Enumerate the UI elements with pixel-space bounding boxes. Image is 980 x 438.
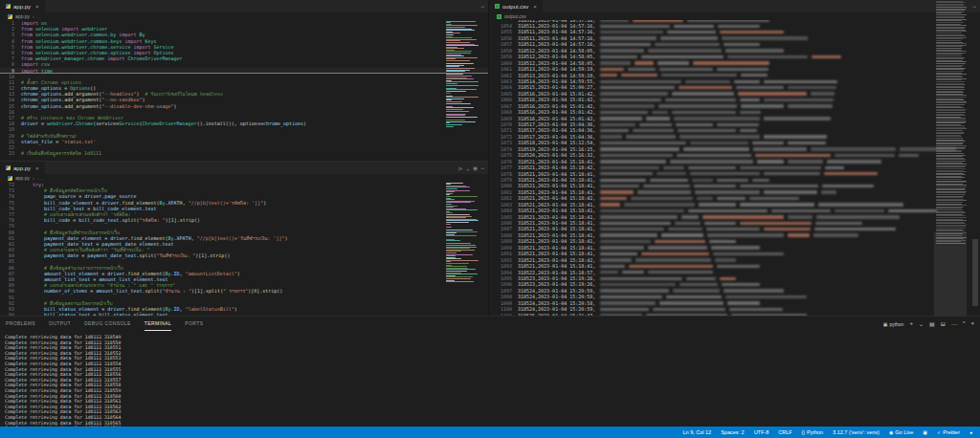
minimap-slider[interactable] — [934, 232, 967, 316]
more-actions-icon[interactable]: ⋯ — [480, 3, 484, 10]
minimap-line — [936, 115, 966, 116]
chevron-right-icon: › — [33, 13, 34, 19]
more-actions-icon[interactable]: ⋯ — [972, 3, 976, 10]
status-item-label: Python — [807, 429, 823, 435]
status-item-python-interpreter[interactable]: 3.12.7 ('venv': venv) — [833, 429, 880, 435]
breadcrumb-more: … — [37, 13, 42, 19]
status-item-eol-sequence[interactable]: CRLF — [778, 429, 791, 435]
status-item-prettier[interactable]: ✓Prettier — [937, 429, 960, 435]
tab-app-py-split[interactable]: app.py × — [0, 162, 46, 174]
minimap-line — [446, 196, 478, 197]
code-line[interactable]: 23# เริ่มต้นดึงข้อมูลจากรหัสบิล 1d8111 — [0, 150, 488, 156]
split-editor-icon[interactable]: ▤ — [474, 164, 478, 171]
code-token: ) — [263, 200, 266, 206]
minimap-line — [936, 112, 966, 113]
minimap-line — [446, 199, 455, 200]
minimap-line — [936, 130, 963, 131]
breadcrumb[interactable]: output.csv — [489, 12, 980, 20]
minimap[interactable] — [444, 182, 486, 316]
terminal-icon: ▣ — [883, 321, 888, 327]
minimap-line — [936, 161, 966, 162]
more-actions-icon[interactable]: ⋯ — [480, 164, 484, 171]
csv-editor[interactable]: 318511,2023-01-04 14:57:16,1054318511,20… — [489, 20, 980, 316]
code-token: driver — [21, 120, 38, 126]
close-icon[interactable]: × — [35, 165, 39, 171]
minimap-line — [446, 230, 473, 230]
minimap-line — [936, 243, 966, 244]
kill-terminal-icon[interactable]: ⊟ — [941, 320, 946, 327]
terminal-instance[interactable]: ▣ python — [883, 321, 904, 327]
more-actions-icon[interactable]: ⋯ — [951, 320, 957, 327]
split-terminal-icon[interactable]: ▤ — [929, 320, 935, 327]
panel-tab-problems[interactable]: PROBLEMS — [6, 317, 35, 331]
code-token: bill_code_text — [78, 217, 119, 223]
code-token: time — [41, 68, 53, 73]
minimap-line — [936, 179, 962, 180]
code-token: bill_code — [21, 217, 70, 223]
code-token: "amountListDetail" — [186, 271, 237, 276]
status-item-label: Spaces: 2 — [721, 429, 744, 435]
launch-profile-chevron-icon[interactable]: ⌄ — [919, 320, 924, 327]
panel-tab-ports[interactable]: PORTS — [185, 317, 203, 331]
code-token: = — [38, 120, 47, 126]
code-token: status_file — [21, 139, 53, 144]
breadcrumb[interactable]: app.py › … — [0, 174, 488, 182]
chevron-right-icon: › — [33, 175, 34, 181]
code-token: ) — [285, 235, 288, 241]
code-editor-bottom[interactable]: 72 try:73 # ดึงข้อมูลรหัสบิลจากหน้าเว็บ7… — [0, 182, 488, 316]
maximize-panel-icon[interactable]: ^ — [963, 320, 966, 327]
minimap-line — [446, 214, 470, 215]
minimap-line — [936, 40, 961, 41]
code-token: ) — [303, 120, 306, 126]
close-icon[interactable]: × — [533, 4, 537, 10]
code-token: import — [104, 55, 127, 61]
status-item-language-mode[interactable]: {}Python — [802, 429, 823, 435]
code-token: strip — [262, 288, 277, 294]
panel-tab-terminal[interactable]: TERMINAL — [145, 317, 171, 331]
status-item-label: Prettier — [943, 429, 960, 435]
minimap-line — [446, 34, 454, 35]
tab-app-py[interactable]: app.py × — [0, 0, 46, 12]
code-editor-top[interactable]: 1import os2from selenium import webdrive… — [0, 20, 488, 156]
panel-tab-debug-console[interactable]: DEBUG CONSOLE — [84, 317, 131, 331]
minimap-line — [936, 228, 966, 229]
tab-output-csv[interactable]: output.csv × — [489, 0, 544, 12]
panel-tab-output[interactable]: OUTPUT — [49, 317, 71, 331]
code-token: import — [21, 68, 41, 73]
minimap-line — [446, 53, 471, 54]
panel-actions: ▣ python +⌄▤⊟⋯^× — [883, 320, 974, 327]
close-panel-icon[interactable]: × — [970, 320, 974, 327]
code-token: 'status.txt' — [61, 139, 96, 144]
breadcrumb[interactable]: app.py › … — [0, 12, 488, 20]
minimap[interactable] — [444, 20, 486, 161]
status-item-screencast-icon[interactable]: ▣ — [923, 429, 927, 435]
status-item-cursor-position[interactable]: Ln 9, Col 12 — [683, 429, 712, 435]
tab-bar: app.py × ▷⌄▤⋯ — [0, 162, 488, 174]
minimap[interactable] — [934, 0, 967, 316]
status-item-indentation[interactable]: Spaces: 2 — [721, 429, 744, 435]
new-terminal-icon[interactable]: + — [909, 320, 913, 327]
minimap-line — [936, 89, 965, 90]
status-item-encoding[interactable]: UTF-8 — [754, 429, 769, 435]
code-token: Chrome — [76, 120, 93, 126]
terminal-output[interactable]: Complete retrieving data for 1d8111 3185… — [0, 331, 980, 437]
status-item-label: Ln 9, Col 12 — [683, 429, 712, 435]
scrollbar[interactable] — [972, 239, 978, 306]
minimap-line — [446, 204, 452, 205]
minimap-line — [446, 260, 479, 261]
minimap-line — [446, 271, 467, 272]
minimap-line — [446, 60, 470, 61]
close-icon[interactable]: × — [35, 4, 39, 10]
prettier-icon: ✓ — [937, 429, 941, 435]
run-python-file-icon[interactable]: ▷ — [459, 164, 463, 171]
chevron-down-icon[interactable]: ⌄ — [466, 164, 470, 171]
minimap-line — [936, 194, 966, 195]
minimap-line — [446, 245, 476, 246]
status-item-notifications-icon[interactable]: ● — [969, 429, 972, 435]
code-token: () — [194, 217, 200, 223]
panel-header: PROBLEMSOUTPUTDEBUG CONSOLETERMINALPORTS… — [0, 317, 980, 331]
code-token: strip — [210, 252, 224, 258]
code-token: ChromeDriverManager — [127, 55, 182, 61]
minimap-line — [446, 27, 465, 28]
status-item-go-live[interactable]: ◉Go Live — [889, 429, 913, 435]
